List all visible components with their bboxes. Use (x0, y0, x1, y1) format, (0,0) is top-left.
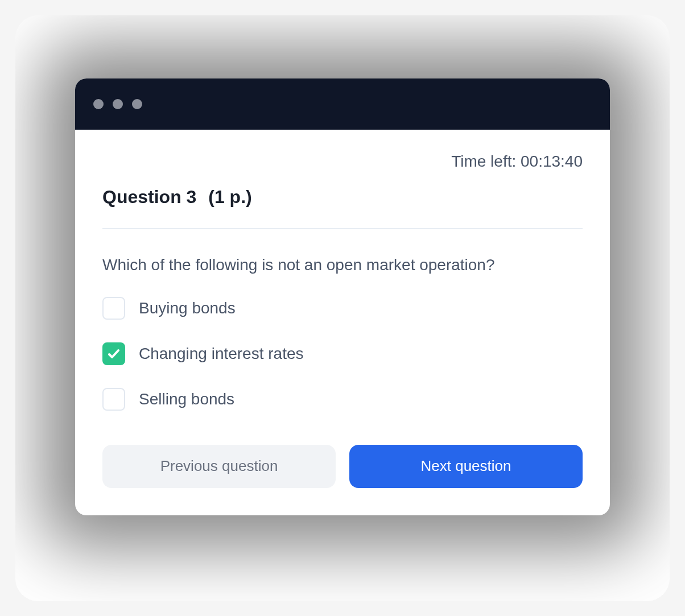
question-text: Which of the following is not an open ma… (102, 256, 583, 274)
check-icon (107, 347, 121, 361)
option-checkbox-2[interactable] (102, 388, 125, 411)
quiz-window: Time left: 00:13:40 Question 3 (1 p.) Wh… (75, 78, 610, 515)
option-row-2: Selling bonds (102, 388, 583, 411)
timer: Time left: 00:13:40 (102, 152, 583, 171)
traffic-light-close-icon[interactable] (93, 99, 104, 109)
traffic-light-maximize-icon[interactable] (132, 99, 142, 109)
window-titlebar (75, 78, 610, 130)
option-row-1: Changing interest rates (102, 342, 583, 365)
traffic-light-minimize-icon[interactable] (113, 99, 123, 109)
timer-value: 00:13:40 (521, 152, 583, 170)
quiz-content: Time left: 00:13:40 Question 3 (1 p.) Wh… (75, 130, 610, 515)
option-checkbox-0[interactable] (102, 297, 125, 320)
timer-label: Time left: (451, 152, 521, 170)
option-row-0: Buying bonds (102, 297, 583, 320)
option-label-2[interactable]: Selling bonds (139, 390, 234, 408)
option-checkbox-1[interactable] (102, 342, 125, 365)
question-header: Question 3 (1 p.) (102, 187, 583, 229)
previous-question-button[interactable]: Previous question (102, 445, 336, 488)
option-label-1[interactable]: Changing interest rates (139, 345, 304, 363)
nav-row: Previous question Next question (102, 445, 583, 488)
question-number: Question 3 (102, 187, 196, 207)
next-question-button[interactable]: Next question (349, 445, 583, 488)
question-points: (1 p.) (208, 187, 251, 207)
app-backdrop: Time left: 00:13:40 Question 3 (1 p.) Wh… (15, 15, 670, 601)
option-label-0[interactable]: Buying bonds (139, 299, 236, 317)
